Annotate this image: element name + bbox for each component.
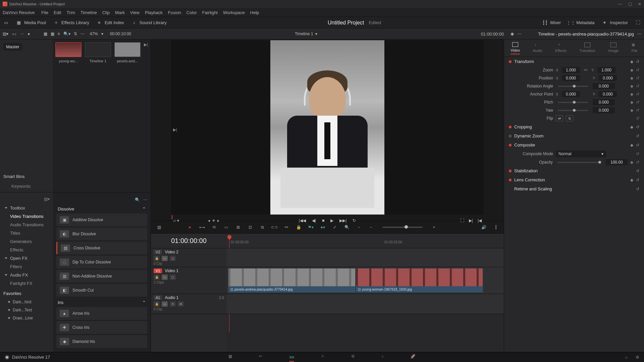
- stop-button[interactable]: ■: [322, 218, 324, 223]
- menu-playback[interactable]: Playback: [145, 10, 163, 15]
- page-color[interactable]: ⚙: [351, 354, 355, 361]
- flip-h-button[interactable]: ⇄: [556, 115, 563, 121]
- fx-options-button[interactable]: ⋯: [143, 197, 147, 202]
- track-a1-lane[interactable]: [227, 294, 504, 314]
- fx-additive-dissolve[interactable]: ▣Additive Dissolve: [56, 214, 147, 226]
- crop-overlay-button[interactable]: ▱ ▾: [173, 218, 179, 223]
- link-icon[interactable]: ⚯: [584, 68, 587, 72]
- match-frame-button[interactable]: ▶|: [144, 42, 148, 47]
- auto-select-icon[interactable]: ▭: [162, 256, 168, 261]
- menu-workspace[interactable]: Workspace: [223, 10, 245, 15]
- fx-cross-iris[interactable]: ✚Cross Iris: [56, 321, 147, 334]
- prev-frame-button[interactable]: ◀|: [312, 218, 316, 223]
- prop-pitch[interactable]: Pitch 0.000 ◆↺: [504, 98, 644, 106]
- timeline-timecode[interactable]: 01:00:00:00: [151, 234, 227, 248]
- page-edit[interactable]: ≡≡: [289, 355, 294, 362]
- track-v2-lane[interactable]: [227, 248, 504, 267]
- fx-non-additive[interactable]: ▥Non-Additive Dissolve: [56, 270, 147, 283]
- inspector-tab-image[interactable]: Image: [608, 43, 619, 54]
- metadata-button[interactable]: ⋮⋮Metadata: [568, 20, 594, 25]
- fx-panel-mode-button[interactable]: ▤▾: [44, 197, 50, 201]
- nav-open-fx[interactable]: Open FX: [0, 254, 53, 262]
- minimize-button[interactable]: —: [618, 2, 622, 6]
- options-button[interactable]: ⋯: [80, 32, 85, 36]
- project-settings-button[interactable]: ⚙: [636, 355, 639, 360]
- nav-titles[interactable]: Titles: [0, 229, 53, 237]
- clip-young-woman[interactable]: young-woman-1867618_1920.jpg: [356, 268, 483, 293]
- next-edit-button[interactable]: ▸: [217, 218, 219, 223]
- nav-generators[interactable]: Generators: [0, 237, 53, 246]
- inspector-button[interactable]: ✶Inspector: [602, 20, 628, 25]
- home-button[interactable]: ⌂: [625, 355, 628, 360]
- nav-video-transitions[interactable]: Video Transitions: [0, 212, 53, 221]
- nav-fairlight-fx[interactable]: Fairlight FX: [0, 279, 53, 288]
- viewer-options-button[interactable]: ⋯: [517, 32, 521, 36]
- section-transform[interactable]: Transform◆↺: [504, 57, 644, 66]
- bin-list-button[interactable]: ▤▾: [3, 32, 8, 36]
- menu-clip[interactable]: Clip: [102, 10, 110, 15]
- nav-toolbox[interactable]: Toolbox: [0, 204, 53, 212]
- menu-color[interactable]: Color: [186, 10, 197, 15]
- menu-timeline[interactable]: Timeline: [80, 10, 97, 15]
- sound-library-button[interactable]: ♪Sound Library: [131, 20, 167, 25]
- lock-icon[interactable]: 🔒: [154, 301, 160, 307]
- next-clip-button[interactable]: ▶|: [469, 218, 473, 223]
- track-header-v1[interactable]: V1Video 1 🔒▭▢ 2 Clips: [151, 267, 227, 294]
- inspector-expand-button[interactable]: ⋯: [637, 32, 641, 36]
- fx-category-iris[interactable]: Iris⌃: [56, 298, 147, 307]
- fx-search-button[interactable]: 🔍: [135, 197, 140, 202]
- disable-video-icon[interactable]: ▢: [170, 275, 176, 280]
- fx-smooth-cut[interactable]: ◧Smooth Cut: [56, 284, 147, 297]
- sort-button[interactable]: ⇅: [74, 32, 77, 36]
- disable-video-icon[interactable]: ▢: [170, 256, 176, 261]
- playhead-icon[interactable]: [227, 234, 232, 240]
- page-deliver[interactable]: 🚀: [411, 354, 416, 361]
- menu-edit[interactable]: Edit: [54, 10, 61, 15]
- page-cut[interactable]: ✄: [259, 354, 262, 361]
- page-media[interactable]: ▦: [228, 354, 232, 361]
- track-header-v2[interactable]: V2Video 2 🔒▭▢ 0 Clip: [151, 248, 227, 267]
- media-clip-timeline1[interactable]: Timeline 1: [85, 42, 111, 63]
- composite-mode-select[interactable]: Normal▾: [556, 150, 606, 157]
- expand-viewer-icon[interactable]: ▶|: [173, 127, 177, 132]
- fav-item-1[interactable]: ✦Dark...Text: [0, 306, 53, 314]
- view-list-button[interactable]: ≡: [58, 32, 60, 36]
- menu-mark[interactable]: Mark: [115, 10, 125, 15]
- smart-bins-header[interactable]: Smart Bins: [3, 174, 49, 179]
- prev-clip-button[interactable]: |◀: [478, 218, 482, 223]
- bypass-button[interactable]: ◉: [511, 32, 514, 36]
- mute-button[interactable]: M: [178, 301, 184, 307]
- solo-button[interactable]: S: [170, 301, 176, 307]
- fav-item-0[interactable]: ✦Dark...hird: [0, 298, 53, 306]
- track-header-a1[interactable]: A1Audio 12.0 🔒▭SM 0 Clip: [151, 294, 227, 314]
- inspector-tab-audio[interactable]: ♪Audio: [533, 43, 542, 54]
- auto-select-icon[interactable]: ▭: [162, 301, 168, 307]
- section-dynamic-zoom[interactable]: Dynamic Zoom↺: [504, 131, 644, 140]
- prop-composite-mode[interactable]: Composite Mode Normal▾ ↺: [504, 149, 644, 158]
- prop-position[interactable]: Position X0.000 Y0.000 ◆↺: [504, 74, 644, 82]
- clip-pexels[interactable]: pexels-andrea-piacquadio-3779414.jpg: [228, 268, 356, 293]
- section-stabilization[interactable]: Stabilization↺: [504, 166, 644, 175]
- prop-rotation[interactable]: Rotation Angle 0.000 ◆↺: [504, 82, 644, 90]
- nav-filters[interactable]: Filters: [0, 262, 53, 271]
- lock-icon[interactable]: 🔒: [154, 275, 160, 280]
- match-frame-icon[interactable]: ⛶: [460, 218, 464, 223]
- section-composite[interactable]: Composite◆↺: [504, 140, 644, 149]
- prop-anchor[interactable]: Anchor Point X0.000 Y0.000 ◆↺: [504, 90, 644, 98]
- viewer-mode-button[interactable]: ▭: [3, 20, 9, 25]
- first-frame-button[interactable]: |◀◀: [299, 218, 306, 223]
- fx-arrow-iris[interactable]: ▲Arrow Iris: [56, 307, 147, 320]
- fx-category-dissolve[interactable]: Dissolve⌃: [56, 204, 147, 214]
- fav-item-2[interactable]: ✦Draw...Line: [0, 314, 53, 322]
- page-fairlight[interactable]: ♪: [382, 354, 384, 361]
- zoom-slider[interactable]: [382, 227, 423, 228]
- menu-view[interactable]: View: [130, 10, 140, 15]
- fx-cross-dissolve[interactable]: ▨Cross Dissolve: [56, 242, 147, 254]
- close-button[interactable]: ✕: [638, 2, 641, 6]
- fx-dip-to-color[interactable]: ◌Dip To Color Dissolve: [56, 256, 147, 268]
- prop-yaw[interactable]: Yaw 0.000 ◆↺: [504, 106, 644, 114]
- prop-zoom[interactable]: Zoom X1.000 ⚯ Y1.000 ◆↺: [504, 66, 644, 74]
- inspector-tab-video[interactable]: Video: [511, 42, 520, 54]
- menu-brand[interactable]: DaVinci Resolve: [3, 10, 35, 15]
- nav-effects[interactable]: Effects: [0, 246, 53, 254]
